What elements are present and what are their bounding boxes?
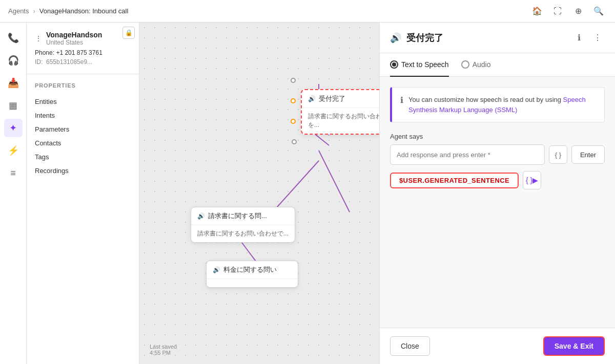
inbox-icon-btn[interactable]: 📥 bbox=[4, 74, 23, 92]
panel-footer: Close Save & Exit bbox=[380, 328, 615, 364]
speaker-icon2: 🔊 bbox=[197, 212, 205, 220]
panel-speaker-icon: 🔊 bbox=[390, 32, 401, 44]
sidebar-item-tags[interactable]: Tags bbox=[35, 150, 131, 164]
input-row: { } Enter bbox=[390, 144, 605, 165]
last-saved: Last saved 4:55 PM bbox=[150, 344, 177, 356]
grid-icon-btn[interactable]: ▦ bbox=[4, 96, 23, 115]
node-uketsukekannryo[interactable]: 🔊 受付完了 請求書に関するお問い合わせを... bbox=[301, 89, 379, 135]
agent-phone: Phone: +1 201 875 3761 bbox=[35, 49, 131, 56]
agent-id: ID: 655b131085e9... bbox=[35, 58, 131, 66]
arrow-curly-btn[interactable]: { }▶ bbox=[523, 171, 541, 189]
node-header-ryokin: 🔊 料金に関する問い bbox=[207, 261, 298, 279]
node-body-billing: 請求書に関するお問い合わせで... bbox=[191, 225, 295, 242]
more-options-icon-btn[interactable]: ⋮ bbox=[590, 31, 605, 45]
enter-button[interactable]: Enter bbox=[571, 145, 605, 164]
breadcrumb-page: VonageHandson: Inbound call bbox=[39, 7, 128, 15]
node-body-uketsuke: 請求書に関するお問い合わせを... bbox=[302, 108, 379, 134]
main-layout: 📞 🎧 📥 ▦ ✦ ⚡ ≡ ⋮ VonageHandson United Sta… bbox=[0, 23, 615, 364]
right-panel: 🔊 受付完了 ℹ ⋮ Text to Speech Audio ℹ bbox=[379, 23, 615, 364]
headset-icon-btn[interactable]: 🎧 bbox=[4, 51, 23, 70]
panel-tabs: Text to Speech Audio bbox=[380, 53, 615, 77]
sidebar-item-recordings[interactable]: Recordings bbox=[35, 164, 131, 178]
tab-audio-radio bbox=[461, 60, 469, 69]
fullscreen-icon-btn[interactable]: ⛶ bbox=[549, 3, 566, 19]
speaker-icon: 🔊 bbox=[308, 95, 316, 102]
sidebar-item-entities[interactable]: Entities bbox=[35, 95, 131, 109]
properties-panel: ⋮ VonageHandson United States Phone: +1 … bbox=[27, 23, 139, 364]
node-title-billing: 請求書に関する問... bbox=[208, 211, 267, 221]
svg-line-3 bbox=[273, 161, 319, 212]
node-header-billing: 🔊 請求書に関する問... bbox=[191, 207, 295, 225]
speaker-icon3: 🔊 bbox=[213, 266, 220, 273]
variable-chip[interactable]: $USER.GENERATED_SENTENCE bbox=[390, 173, 519, 188]
zoom-out-icon-btn[interactable]: 🔍 bbox=[590, 3, 607, 19]
properties-section: PROPERTIES Entities Intents Parameters C… bbox=[27, 74, 139, 186]
top-nav: Agents › VonageHandson: Inbound call 🏠 ⛶… bbox=[0, 0, 615, 23]
home-icon-btn[interactable]: 🏠 bbox=[529, 3, 545, 19]
target-icon-btn[interactable]: ✦ bbox=[4, 119, 23, 137]
breadcrumb-separator: › bbox=[33, 7, 35, 15]
curly-braces-btn[interactable]: { } bbox=[549, 145, 567, 164]
node-header-uketsuke: 🔊 受付完了 bbox=[302, 90, 379, 108]
agent-card-container: ⋮ VonageHandson United States Phone: +1 … bbox=[27, 23, 139, 74]
agent-country: United States bbox=[46, 39, 102, 46]
list-icon-btn[interactable]: ≡ bbox=[4, 164, 23, 182]
info-icon-btn[interactable]: ℹ bbox=[572, 31, 586, 45]
info-text: You can customize how speech is read out… bbox=[408, 95, 596, 115]
agent-name: VonageHandson bbox=[46, 31, 102, 39]
phone-icon-btn[interactable]: 📞 bbox=[4, 29, 23, 47]
left-sidebar: 📞 🎧 📥 ▦ ✦ ⚡ ≡ bbox=[0, 23, 27, 364]
connector-o1 bbox=[291, 98, 296, 103]
canvas-lines bbox=[139, 23, 379, 364]
panel-title: 受付完了 bbox=[406, 32, 567, 44]
info-circle-icon: ℹ bbox=[400, 95, 403, 105]
node-ryokin[interactable]: 🔊 料金に関する問い bbox=[206, 261, 298, 288]
tab-tts-radio bbox=[390, 60, 398, 69]
connector-c1 bbox=[292, 139, 297, 144]
connector-o2 bbox=[291, 119, 296, 124]
response-input[interactable] bbox=[390, 144, 545, 165]
panel-content: ℹ You can customize how speech is read o… bbox=[380, 77, 615, 328]
sidebar-item-parameters[interactable]: Parameters bbox=[35, 122, 131, 136]
sidebar-item-contacts[interactable]: Contacts bbox=[35, 136, 131, 150]
bolt-icon-btn[interactable]: ⚡ bbox=[4, 141, 23, 160]
zoom-target-icon-btn[interactable]: ⊕ bbox=[570, 3, 586, 19]
breadcrumb-agents[interactable]: Agents bbox=[8, 7, 29, 15]
tab-tts-label: Text to Speech bbox=[401, 60, 449, 69]
node-title-ryokin: 料金に関する問い bbox=[223, 265, 277, 274]
node-body-ryokin bbox=[207, 279, 298, 287]
info-box: ℹ You can customize how speech is read o… bbox=[390, 87, 605, 122]
variable-row: $USER.GENERATED_SENTENCE { }▶ bbox=[390, 171, 605, 189]
canvas-area[interactable]: 🔊 受付完了 請求書に関するお問い合わせを... ✉ メール送 @Katsumi… bbox=[139, 23, 379, 364]
save-exit-button[interactable]: Save & Exit bbox=[543, 336, 605, 356]
lock-icon-btn[interactable]: 🔒 bbox=[122, 27, 135, 39]
node-billing[interactable]: 🔊 請求書に関する問... 請求書に関するお問い合わせで... bbox=[191, 207, 295, 243]
right-panel-header: 🔊 受付完了 ℹ ⋮ bbox=[380, 23, 615, 53]
connector-t bbox=[291, 78, 296, 83]
svg-line-2 bbox=[319, 151, 350, 212]
agent-menu-icon[interactable]: ⋮ bbox=[35, 34, 42, 42]
properties-title: PROPERTIES bbox=[35, 82, 131, 89]
sidebar-item-intents[interactable]: Intents bbox=[35, 109, 131, 122]
node-title-uketsuke: 受付完了 bbox=[319, 94, 345, 103]
tab-audio-label: Audio bbox=[473, 60, 491, 69]
agent-says-label: Agent says bbox=[390, 133, 605, 140]
close-button[interactable]: Close bbox=[390, 336, 430, 356]
panel-header-actions: ℹ ⋮ bbox=[572, 31, 605, 45]
tab-audio[interactable]: Audio bbox=[461, 53, 491, 77]
tab-tts[interactable]: Text to Speech bbox=[390, 53, 449, 77]
